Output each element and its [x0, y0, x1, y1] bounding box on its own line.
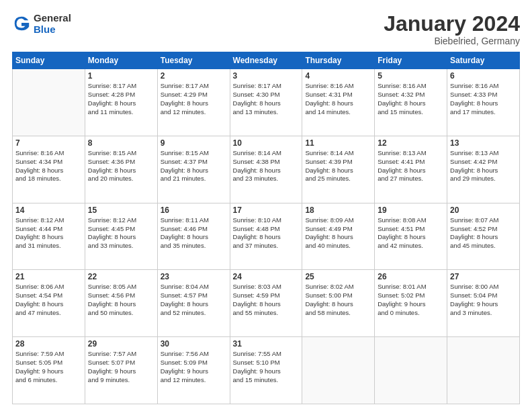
cell-text: Sunrise: 8:16 AM Sunset: 4:34 PM Dayligh… [15, 149, 82, 183]
calendar-cell: 14Sunrise: 8:12 AM Sunset: 4:44 PM Dayli… [13, 203, 85, 270]
cell-text: Sunrise: 8:17 AM Sunset: 4:28 PM Dayligh… [88, 82, 154, 116]
day-number: 20 [450, 205, 517, 215]
weekday-header: Wednesday [230, 52, 302, 69]
day-number: 10 [233, 138, 300, 148]
day-number: 27 [450, 272, 517, 281]
cell-text: Sunrise: 8:05 AM Sunset: 4:56 PM Dayligh… [88, 283, 154, 317]
calendar-header-row: SundayMondayTuesdayWednesdayThursdayFrid… [13, 52, 520, 69]
calendar-cell: 17Sunrise: 8:10 AM Sunset: 4:48 PM Dayli… [230, 203, 302, 270]
cell-text: Sunrise: 8:03 AM Sunset: 4:59 PM Dayligh… [233, 283, 300, 317]
day-number: 6 [450, 71, 517, 81]
day-number: 26 [378, 272, 444, 281]
calendar-cell: 22Sunrise: 8:05 AM Sunset: 4:56 PM Dayli… [85, 270, 157, 337]
logo-text: General Blue [34, 12, 71, 35]
day-number: 21 [15, 272, 82, 281]
cell-text: Sunrise: 8:15 AM Sunset: 4:37 PM Dayligh… [161, 149, 227, 183]
cell-text: Sunrise: 8:01 AM Sunset: 5:02 PM Dayligh… [378, 283, 444, 317]
title-block: January 2024 Biebelried, Germany [384, 12, 520, 46]
calendar-cell: 6Sunrise: 8:16 AM Sunset: 4:33 PM Daylig… [447, 69, 520, 136]
day-number: 19 [378, 205, 444, 215]
day-number: 14 [15, 205, 82, 215]
day-number: 9 [161, 138, 227, 148]
calendar-cell: 4Sunrise: 8:16 AM Sunset: 4:31 PM Daylig… [302, 69, 375, 136]
cell-text: Sunrise: 8:13 AM Sunset: 4:41 PM Dayligh… [378, 149, 444, 183]
day-number: 29 [88, 339, 154, 349]
calendar-cell: 27Sunrise: 8:00 AM Sunset: 5:04 PM Dayli… [447, 270, 520, 337]
calendar-cell: 28Sunrise: 7:59 AM Sunset: 5:05 PM Dayli… [13, 337, 85, 404]
cell-text: Sunrise: 8:02 AM Sunset: 5:00 PM Dayligh… [305, 283, 371, 317]
calendar-week-row: 7Sunrise: 8:16 AM Sunset: 4:34 PM Daylig… [13, 136, 520, 203]
calendar-cell [13, 69, 85, 136]
cell-text: Sunrise: 8:16 AM Sunset: 4:32 PM Dayligh… [378, 82, 444, 116]
calendar-cell: 7Sunrise: 8:16 AM Sunset: 4:34 PM Daylig… [13, 136, 85, 203]
cell-text: Sunrise: 8:15 AM Sunset: 4:36 PM Dayligh… [88, 149, 154, 183]
cell-text: Sunrise: 8:16 AM Sunset: 4:33 PM Dayligh… [450, 82, 517, 116]
cell-text: Sunrise: 8:12 AM Sunset: 4:44 PM Dayligh… [15, 216, 82, 250]
day-number: 17 [233, 205, 300, 215]
calendar-cell [375, 337, 447, 404]
calendar-cell: 25Sunrise: 8:02 AM Sunset: 5:00 PM Dayli… [302, 270, 375, 337]
day-number: 31 [233, 339, 300, 349]
calendar-week-row: 14Sunrise: 8:12 AM Sunset: 4:44 PM Dayli… [13, 203, 520, 270]
day-number: 3 [233, 71, 300, 81]
day-number: 2 [161, 71, 227, 81]
logo-icon [12, 14, 31, 33]
cell-text: Sunrise: 8:17 AM Sunset: 4:30 PM Dayligh… [233, 82, 300, 116]
day-number: 30 [161, 339, 227, 349]
cell-text: Sunrise: 7:55 AM Sunset: 5:10 PM Dayligh… [233, 350, 300, 384]
calendar-cell: 3Sunrise: 8:17 AM Sunset: 4:30 PM Daylig… [230, 69, 302, 136]
calendar-cell: 2Sunrise: 8:17 AM Sunset: 4:29 PM Daylig… [157, 69, 230, 136]
day-number: 24 [233, 272, 300, 281]
weekday-header: Friday [375, 52, 447, 69]
day-number: 4 [305, 71, 371, 81]
day-number: 25 [305, 272, 371, 281]
calendar-cell: 24Sunrise: 8:03 AM Sunset: 4:59 PM Dayli… [230, 270, 302, 337]
cell-text: Sunrise: 8:10 AM Sunset: 4:48 PM Dayligh… [233, 216, 300, 250]
cell-text: Sunrise: 7:59 AM Sunset: 5:05 PM Dayligh… [15, 350, 82, 384]
day-number: 16 [161, 205, 227, 215]
calendar-cell: 19Sunrise: 8:08 AM Sunset: 4:51 PM Dayli… [375, 203, 447, 270]
cell-text: Sunrise: 8:14 AM Sunset: 4:38 PM Dayligh… [233, 149, 300, 183]
cell-text: Sunrise: 8:17 AM Sunset: 4:29 PM Dayligh… [161, 82, 227, 116]
page: General Blue January 2024 Biebelried, Ge… [0, 0, 532, 411]
day-number: 15 [88, 205, 154, 215]
calendar-cell: 18Sunrise: 8:09 AM Sunset: 4:49 PM Dayli… [302, 203, 375, 270]
calendar-table: SundayMondayTuesdayWednesdayThursdayFrid… [12, 52, 520, 404]
calendar-cell: 30Sunrise: 7:56 AM Sunset: 5:09 PM Dayli… [157, 337, 230, 404]
cell-text: Sunrise: 8:07 AM Sunset: 4:52 PM Dayligh… [450, 216, 517, 250]
cell-text: Sunrise: 8:04 AM Sunset: 4:57 PM Dayligh… [161, 283, 227, 317]
weekday-header: Sunday [13, 52, 85, 69]
day-number: 28 [15, 339, 82, 349]
weekday-header: Saturday [447, 52, 520, 69]
day-number: 12 [378, 138, 444, 148]
calendar-cell: 15Sunrise: 8:12 AM Sunset: 4:45 PM Dayli… [85, 203, 157, 270]
calendar-cell: 23Sunrise: 8:04 AM Sunset: 4:57 PM Dayli… [157, 270, 230, 337]
cell-text: Sunrise: 8:12 AM Sunset: 4:45 PM Dayligh… [88, 216, 154, 250]
calendar-cell: 12Sunrise: 8:13 AM Sunset: 4:41 PM Dayli… [375, 136, 447, 203]
calendar-cell: 10Sunrise: 8:14 AM Sunset: 4:38 PM Dayli… [230, 136, 302, 203]
day-number: 23 [161, 272, 227, 281]
header: General Blue January 2024 Biebelried, Ge… [12, 12, 520, 46]
calendar-cell: 8Sunrise: 8:15 AM Sunset: 4:36 PM Daylig… [85, 136, 157, 203]
calendar-cell: 9Sunrise: 8:15 AM Sunset: 4:37 PM Daylig… [157, 136, 230, 203]
calendar-cell: 13Sunrise: 8:13 AM Sunset: 4:42 PM Dayli… [447, 136, 520, 203]
calendar-cell: 1Sunrise: 8:17 AM Sunset: 4:28 PM Daylig… [85, 69, 157, 136]
logo-blue: Blue [34, 24, 71, 35]
cell-text: Sunrise: 8:13 AM Sunset: 4:42 PM Dayligh… [450, 149, 517, 183]
calendar-cell: 11Sunrise: 8:14 AM Sunset: 4:39 PM Dayli… [302, 136, 375, 203]
calendar-cell: 20Sunrise: 8:07 AM Sunset: 4:52 PM Dayli… [447, 203, 520, 270]
weekday-header: Monday [85, 52, 157, 69]
location: Biebelried, Germany [384, 36, 520, 46]
day-number: 18 [305, 205, 371, 215]
cell-text: Sunrise: 8:08 AM Sunset: 4:51 PM Dayligh… [378, 216, 444, 250]
calendar-cell: 5Sunrise: 8:16 AM Sunset: 4:32 PM Daylig… [375, 69, 447, 136]
day-number: 5 [378, 71, 444, 81]
day-number: 13 [450, 138, 517, 148]
calendar-cell: 29Sunrise: 7:57 AM Sunset: 5:07 PM Dayli… [85, 337, 157, 404]
cell-text: Sunrise: 8:11 AM Sunset: 4:46 PM Dayligh… [161, 216, 227, 250]
logo-general: General [34, 12, 71, 24]
cell-text: Sunrise: 8:16 AM Sunset: 4:31 PM Dayligh… [305, 82, 371, 116]
day-number: 8 [88, 138, 154, 148]
month-title: January 2024 [384, 12, 520, 36]
calendar-cell: 16Sunrise: 8:11 AM Sunset: 4:46 PM Dayli… [157, 203, 230, 270]
